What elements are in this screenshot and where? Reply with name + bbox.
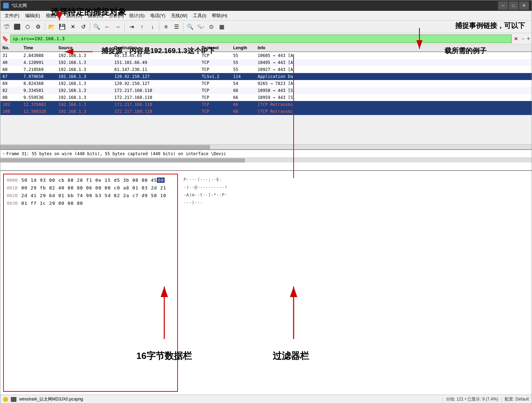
cell-length: 55: [231, 67, 256, 72]
stop-button[interactable]: ⬛: [12, 22, 22, 32]
shark-status-icon: [11, 397, 16, 402]
menu-file[interactable]: 文件(F): [2, 11, 22, 20]
cell-length: 55: [231, 53, 256, 58]
cell-source: 192.168.1.3: [56, 60, 112, 65]
status-bar: wireshark_以太网MD3JX0.pcapng | 分组: 121 • 已…: [0, 395, 532, 404]
cell-time: 9.334501: [21, 88, 56, 93]
cell-no: 88: [0, 95, 21, 100]
table-row[interactable]: 67 7.970650 192.168.1.3 120.92.150.127 T…: [0, 73, 532, 80]
restart-button[interactable]: [23, 22, 33, 32]
menu-telephone[interactable]: 电话(Y): [148, 11, 168, 20]
filter-bar: 🔖 ✕ → +: [0, 33, 532, 44]
cell-destination: 120.92.150.127: [112, 81, 200, 86]
menu-help[interactable]: 帮助(H): [209, 11, 230, 20]
menu-wireless[interactable]: 无线(W): [168, 11, 190, 20]
menu-view[interactable]: 视图(V): [43, 11, 64, 20]
cell-source: 192.168.1.3: [56, 74, 112, 79]
table-row[interactable]: 69 8.024360 192.168.1.3 120.92.150.127 T…: [0, 80, 532, 87]
collapse-button[interactable]: ☰: [172, 22, 181, 32]
up-button[interactable]: ↑: [137, 22, 147, 32]
packet-list-body[interactable]: 31 2.843088 192.168.1.3 45.33.45.65 TCP …: [0, 52, 532, 144]
zoom-in-button[interactable]: 🔍: [185, 22, 195, 32]
prev-button[interactable]: ←: [102, 22, 112, 32]
toolbar-sep-3: [124, 23, 125, 31]
cell-destination: 61.147.236.11: [112, 67, 200, 72]
packet-list-hscroll[interactable]: [0, 144, 532, 149]
next-button[interactable]: →: [113, 22, 123, 32]
cell-protocol: TCP: [200, 95, 231, 100]
cell-protocol: TCP: [200, 102, 231, 107]
cell-time: 2.843088: [21, 53, 56, 58]
cell-length: 55: [231, 60, 256, 65]
status-profile: 配置: Default: [505, 396, 529, 402]
cell-time: 4.120991: [21, 60, 56, 65]
cell-protocol: TCP: [200, 109, 231, 114]
save-button[interactable]: 💾: [57, 22, 67, 32]
toolbar-sep-1: [45, 23, 45, 31]
cell-no: 67: [0, 74, 21, 79]
settings-button[interactable]: ⚙: [33, 22, 43, 32]
detail-frame-row[interactable]: ▿ Frame 31: 55 bytes on wire (440 bits),…: [0, 150, 532, 158]
menu-capture[interactable]: 捕获(C): [85, 11, 106, 20]
menu-analyze[interactable]: 分析(A): [106, 11, 127, 20]
table-row[interactable]: 102 12.335082 192.168.1.3 172.217.160.11…: [0, 101, 532, 108]
bookmark-icon[interactable]: 🔖: [2, 35, 9, 42]
detail-frame-info: Frame 31: 55 bytes on wire (440 bits), 5…: [6, 151, 226, 156]
cell-no: 60: [0, 67, 21, 72]
filter-add-icon[interactable]: +: [526, 36, 530, 42]
cell-time: 8.024360: [21, 81, 56, 86]
table-row[interactable]: 60 7.210569 192.168.1.3 61.147.236.11 TC…: [0, 66, 532, 73]
shark-fin-button[interactable]: 🦈: [2, 22, 12, 32]
columns-button[interactable]: ▦: [217, 22, 227, 32]
filter-input[interactable]: [10, 35, 512, 43]
menu-tools[interactable]: 工具(I): [190, 11, 209, 20]
cell-length: 66: [231, 95, 256, 100]
table-row[interactable]: 108 12.560328 192.168.1.3 172.217.160.11…: [0, 108, 532, 115]
cell-protocol: TCP: [200, 88, 231, 93]
jump-button[interactable]: ⇥: [127, 22, 136, 32]
down-button[interactable]: ↓: [148, 22, 157, 32]
packet-list: No. Time Source Destination Protocol Len…: [0, 44, 532, 149]
cell-destination: 172.217.160.110: [112, 88, 200, 93]
filter-clear-icon[interactable]: ✕: [514, 36, 518, 42]
close-file-button[interactable]: ✕: [68, 22, 78, 32]
expand-button[interactable]: ≡: [161, 22, 171, 32]
capture-status-dot: [3, 397, 8, 402]
cell-destination: 120.92.150.127: [112, 74, 200, 79]
hscroll-thumb: [0, 145, 210, 149]
table-row[interactable]: 82 9.334501 192.168.1.3 172.217.160.110 …: [0, 87, 532, 94]
maximize-button[interactable]: □: [509, 1, 518, 10]
cell-info: 10605 → 443 [A: [256, 53, 532, 58]
cell-no: 82: [0, 88, 21, 93]
cell-length: 114: [231, 74, 256, 79]
zoom-out-button[interactable]: 🔍–: [196, 22, 206, 32]
open-button[interactable]: 📂: [47, 22, 57, 32]
cell-source: 192.168.1.3: [56, 53, 112, 58]
hex-line: 000050 1d 93 00 cb 88 28 f1 0e 15 d5 3b …: [7, 176, 174, 184]
col-header-length: Length: [231, 45, 256, 50]
cell-destination: 172.217.160.110: [112, 109, 200, 114]
cell-protocol: TLSv1.2: [200, 74, 231, 79]
table-row[interactable]: 40 4.120991 192.168.1.3 151.101.66.49 TC…: [0, 59, 532, 66]
cell-no: 69: [0, 81, 21, 86]
close-button[interactable]: ✕: [519, 1, 529, 10]
cell-source: 192.168.1.3: [56, 109, 112, 114]
filter-apply-icon[interactable]: →: [520, 36, 525, 42]
table-row[interactable]: 88 9.559536 192.168.1.3 172.217.160.110 …: [0, 94, 532, 101]
reload-button[interactable]: ↺: [78, 22, 88, 32]
detail-hscroll[interactable]: [0, 158, 532, 163]
hex-content: 000050 1d 93 00 cb 88 28 f1 0e 15 d5 3b …: [0, 171, 532, 395]
status-filename: wireshark_以太网MD3JX0.pcapng: [19, 396, 439, 402]
cell-time: 9.559536: [21, 95, 56, 100]
menu-statistics[interactable]: 统计(S): [127, 11, 147, 20]
ascii-line: ···)···: [184, 199, 529, 207]
minimize-button[interactable]: ─: [498, 1, 508, 10]
menu-edit[interactable]: 编辑(E): [22, 11, 43, 20]
table-row[interactable]: 31 2.843088 192.168.1.3 45.33.45.65 TCP …: [0, 52, 532, 59]
menu-goto[interactable]: 跳转(G): [64, 11, 85, 20]
zoom-reset-button[interactable]: ⊙: [206, 22, 216, 32]
find-button[interactable]: 🔍: [92, 22, 102, 32]
cell-protocol: TCP: [200, 60, 231, 65]
menu-bar: 文件(F) 编辑(E) 视图(V) 跳转(G) 捕获(C) 分析(A) 统计(S…: [0, 11, 532, 21]
cell-info: 10958 → 443 [S: [256, 88, 532, 93]
